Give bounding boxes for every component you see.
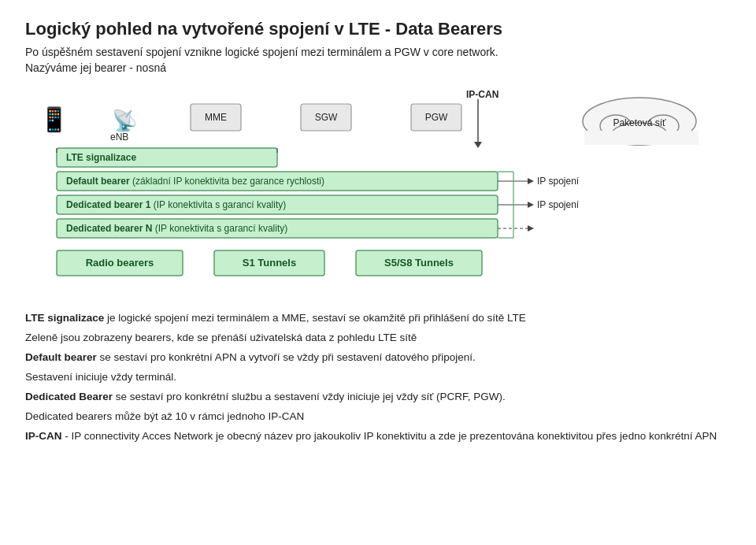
desc-line-1: LTE signalizace je logické spojení mezi … bbox=[25, 310, 731, 327]
enb-icon: 📡 bbox=[112, 108, 138, 133]
desc-line-7: IP-CAN - IP connectivity Acces Network j… bbox=[25, 428, 731, 445]
mme-label: MME bbox=[205, 112, 227, 123]
svg-marker-13 bbox=[528, 178, 534, 184]
s1-tunnels-label: S1 Tunnels bbox=[243, 257, 296, 269]
default-bearer-label: Default bearer (základní IP konektivita … bbox=[66, 176, 324, 187]
dedicated-bearer-1-label: Dedicated bearer 1 (IP konektivita s gar… bbox=[66, 199, 286, 210]
desc-line-5: Dedicated Bearer se sestaví pro konkrétn… bbox=[25, 389, 731, 406]
description-section: LTE signalizace je logické spojení mezi … bbox=[25, 310, 731, 444]
ip-spojeni-2: IP spojení bbox=[537, 199, 580, 210]
enb-label: eNB bbox=[110, 132, 128, 143]
radio-bearers-label: Radio bearers bbox=[86, 257, 154, 269]
dedicated-bearer-n-label: Dedicated bearer N (IP konektivita s gar… bbox=[66, 223, 287, 234]
svg-marker-16 bbox=[528, 202, 534, 208]
svg-marker-4 bbox=[474, 142, 482, 148]
diagram-container: 📱 📡 eNB MME SGW PGW IP-CAN Paketová síť … bbox=[25, 87, 731, 307]
svg-rect-9 bbox=[584, 131, 699, 145]
intro-text: Nazýváme jej bearer - nosná bbox=[25, 61, 731, 74]
desc-line-6: Dedicated bearers může být až 10 v rámci… bbox=[25, 409, 731, 425]
desc-line-2: Zeleně jsou zobrazeny bearers, kde se př… bbox=[25, 330, 731, 347]
ip-can-label: IP-CAN bbox=[466, 89, 498, 100]
pgw-label: PGW bbox=[425, 112, 448, 123]
subtitle-text: Po úspěšném sestavení spojení vznikne lo… bbox=[25, 46, 731, 58]
page-title: Logický pohled na vytvořené spojení v LT… bbox=[25, 19, 731, 39]
ip-spojeni-1: IP spojení bbox=[537, 176, 580, 187]
lte-sig-label: LTE signalizace bbox=[66, 152, 136, 163]
desc-line-3: Default bearer se sestaví pro konkrétní … bbox=[25, 350, 731, 366]
sgw-label: SGW bbox=[315, 112, 338, 123]
diagram-svg: 📱 📡 eNB MME SGW PGW IP-CAN Paketová síť … bbox=[25, 87, 734, 307]
s5s8-tunnels-label: S5/S8 Tunnels bbox=[384, 257, 454, 269]
svg-marker-19 bbox=[528, 225, 534, 232]
terminal-icon: 📱 bbox=[39, 106, 69, 134]
paketova-sit-label: Paketová síť bbox=[613, 117, 666, 128]
desc-line-4: Sestavení iniciuje vždy terminál. bbox=[25, 369, 731, 386]
